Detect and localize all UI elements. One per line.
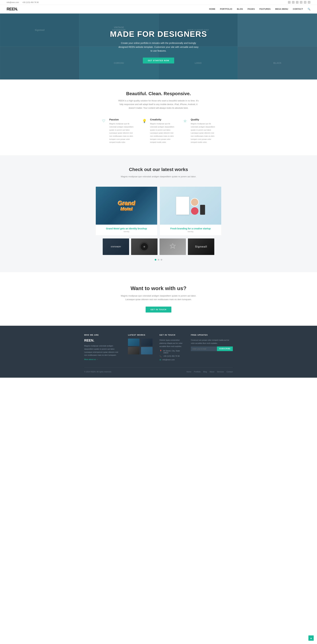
features-title: Beautiful. Clean. Responsive. — [7, 91, 310, 96]
star-icon: ☆ — [182, 118, 188, 124]
features-section: Beautiful. Clean. Responsive. REEN is a … — [0, 80, 317, 155]
nav-blog[interactable]: BLOG — [237, 8, 243, 10]
brand-circle — [191, 198, 199, 206]
twitter-icon[interactable]: t — [296, 1, 298, 4]
portfolio-card-grand-motel-info: Grand Motel gets an identity brushup Ide… — [96, 224, 157, 235]
hero-subtitle: Create your online portfolio in minutes … — [117, 41, 200, 53]
googleplus-icon[interactable]: g — [308, 1, 310, 4]
footer-link-about[interactable]: About — [209, 371, 214, 373]
nav-features[interactable]: FEATURES — [259, 8, 271, 10]
feature-quality-text: Magnis modipsae que lib volorstati andig… — [191, 122, 216, 144]
footer-email-input[interactable] — [191, 346, 217, 351]
footer-email: ✉ info@reen.com — [159, 359, 184, 361]
dot-3[interactable] — [161, 259, 162, 260]
play-icon[interactable]: ▷ — [292, 1, 294, 4]
feature-quality-title: Quality — [191, 118, 216, 121]
grand-motel-text: GrandMotel — [118, 200, 135, 212]
cta-subtitle: Magnis modipsae que voloratati andigen d… — [7, 294, 310, 301]
grand-motel-image: GrandMotel — [96, 187, 157, 224]
footer-col-contact: GET IN TOUCH Dolorer iquia consectetur p… — [159, 334, 184, 362]
portfolio-subtitle: Magnis modipsae que voloratati andigen d… — [117, 175, 200, 178]
nav-contact[interactable]: CONTACT — [293, 8, 303, 10]
top-bar-phone: +00 (123) 456 78 90 — [22, 1, 39, 3]
badge-icon — [169, 242, 177, 251]
footer-link-portfolio[interactable]: Portfolio — [194, 371, 201, 373]
linkedin-icon[interactable]: in — [304, 1, 306, 4]
footer-address: 📍 84 Street, City, State 34833 — [159, 350, 184, 354]
collage-cell-8: BLACK — [238, 46, 317, 80]
feature-creativity-text: Magnis modipsae que lib volorstati andig… — [150, 122, 176, 144]
footer-col-updates: FREE UPDATES Cevecue iure posae volor re… — [191, 334, 233, 362]
footer-col-latest-works: LATEST WORKS — [128, 334, 153, 362]
footer-link-home[interactable]: Home — [186, 371, 191, 373]
cta-get-in-touch-button[interactable]: GET IN TOUCH — [146, 306, 172, 312]
footer-more-link[interactable]: More about us → — [84, 358, 121, 360]
portfolio-card-brand-info: Fresh branding for a creative startup Id… — [160, 224, 221, 235]
vinyl-record-icon — [139, 242, 149, 252]
nav-mega-menu[interactable]: MEGA MENU — [275, 8, 288, 10]
footer-thumb-1[interactable] — [128, 338, 140, 346]
pagination-dots — [7, 259, 310, 260]
top-bar-contact: info@reen.com +00 (123) 456 78 90 — [7, 1, 39, 3]
footer-latest-title: LATEST WORKS — [128, 334, 153, 336]
thumbnails-row: STATIONERY Signwall — [96, 238, 221, 255]
footer: WHO WE ARE REEN. Magnis modipsae volorst… — [0, 326, 317, 378]
top-bar-social: f ▷ t p in g — [288, 1, 310, 4]
search-icon[interactable]: 🔍 — [307, 8, 310, 10]
portfolio-section: Check out our latest works Magnis modips… — [0, 155, 317, 272]
footer-thumb-3[interactable] — [128, 347, 140, 354]
hero-section: Signmed VINTAGEHANDMADEWOOD GIFTS HAVE A… — [0, 14, 317, 80]
footer-link-contact[interactable]: Contact — [226, 371, 233, 373]
pinterest-icon[interactable]: p — [300, 1, 302, 4]
hero-content: MADE FOR DESIGNERS Create your online po… — [110, 30, 207, 64]
collage-cell-5 — [0, 46, 79, 80]
footer-grid: WHO WE ARE REEN. Magnis modipsae volorst… — [84, 334, 233, 362]
feature-creativity-title: Creativity — [150, 118, 176, 121]
top-bar-email: info@reen.com — [7, 1, 19, 3]
nav-home[interactable]: HOME — [209, 8, 215, 10]
feature-quality: ☆ Quality Magnis modipsae que lib volors… — [182, 118, 216, 144]
phone-icon: 📞 — [159, 355, 162, 357]
collage-cell-1: Signmed — [0, 14, 79, 46]
footer-copyright: © 2014 REEN. All rights reserved. — [84, 371, 112, 373]
footer-link-blog[interactable]: Blog — [203, 371, 207, 373]
dot-1[interactable] — [155, 259, 156, 260]
features-grid: ♡ Passion Magnis modipsae que lib volors… — [101, 118, 216, 144]
collage-cell-4 — [238, 14, 317, 46]
footer-link-services[interactable]: Services — [217, 371, 224, 373]
facebook-icon[interactable]: f — [288, 1, 290, 4]
portfolio-card-brand-title: Fresh branding for a creative startup — [162, 227, 219, 230]
portfolio-card-grand-motel[interactable]: GrandMotel Grand Motel gets an identity … — [96, 187, 157, 235]
dot-2[interactable] — [158, 259, 159, 260]
footer-thumb-2[interactable] — [141, 338, 153, 346]
cta-title: Want to work with us? — [7, 285, 310, 292]
portfolio-main-grid: GrandMotel Grand Motel gets an identity … — [96, 187, 221, 235]
heart-icon: ♡ — [101, 118, 107, 124]
footer-works-grid — [128, 338, 153, 354]
footer-bottom: © 2014 REEN. All rights reserved. Home P… — [84, 367, 233, 373]
email-icon: ✉ — [159, 359, 161, 361]
location-icon: 📍 — [159, 350, 162, 352]
thumb-stationery[interactable]: STATIONERY — [103, 238, 129, 255]
feature-passion-title: Passion — [109, 118, 135, 121]
brand-identity-image — [160, 187, 221, 224]
brand-phone — [200, 205, 205, 215]
thumb-badge[interactable] — [159, 238, 186, 255]
portfolio-card-brand[interactable]: Fresh branding for a creative startup Id… — [160, 187, 221, 235]
feature-passion-text: Magnis modipsae que lib volorstati andig… — [109, 122, 135, 144]
logo[interactable]: REEN. — [7, 7, 18, 12]
thumb-signwall[interactable]: Signwall — [188, 238, 214, 255]
footer-logo: REEN. — [84, 338, 121, 342]
cta-section: Want to work with us? Magnis modipsae qu… — [0, 272, 317, 326]
feature-passion: ♡ Passion Magnis modipsae que lib volors… — [101, 118, 135, 144]
hero-cta-button[interactable]: GET STARTED NOW — [143, 58, 174, 64]
footer-subscribe-button[interactable]: SUBSCRIBE — [217, 346, 233, 351]
footer-contact-desc: Dolorer iquia consectetur platremp dilap… — [159, 338, 184, 348]
nav-pages[interactable]: PAGES — [248, 8, 255, 10]
header: REEN. HOME PORTFOLIO BLOG PAGES FEATURES… — [0, 5, 317, 14]
nav-portfolio[interactable]: PORTFOLIO — [220, 8, 232, 10]
footer-thumb-4[interactable] — [141, 347, 153, 354]
footer-bottom-links: Home Portfolio Blog About Services Conta… — [186, 371, 233, 373]
brand-paper — [176, 196, 189, 215]
thumb-vinyl[interactable] — [131, 238, 158, 255]
